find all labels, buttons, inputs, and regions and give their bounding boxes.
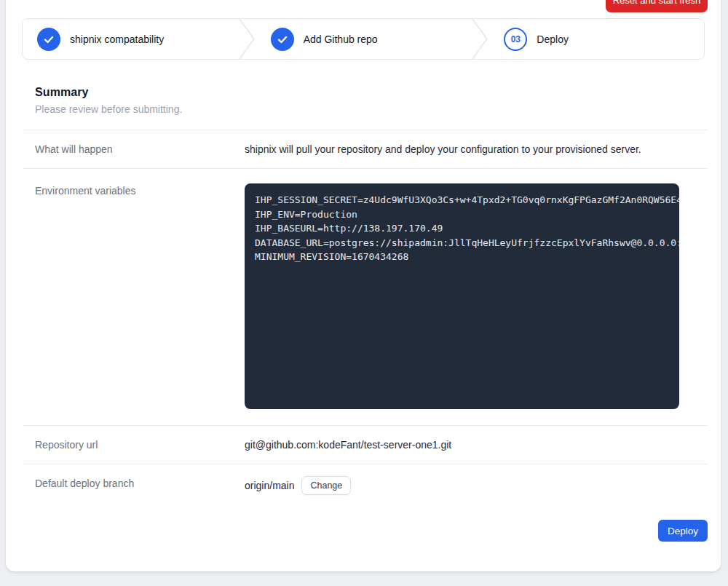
summary-subtitle: Please review before submitting. (35, 103, 696, 115)
step-complete-check-icon (37, 28, 60, 51)
env-line: DATABASE_URL=postgres://shipadmin:JllTqH… (255, 236, 669, 250)
deploy-button[interactable]: Deploy (658, 520, 708, 542)
main-card: Reset and start fresh shipnix compatabil… (6, 0, 721, 571)
chevron-separator-icon (470, 19, 489, 59)
wizard-stepper: shipnix compatability Add Github repo 03… (22, 18, 705, 60)
deploy-branch-value: origin/main (245, 478, 294, 493)
step-shipnix-compatability[interactable]: shipnix compatability (23, 19, 237, 59)
env-line: IHP_ENV=Production (255, 207, 669, 222)
row-value: shipnix will pull your repository and de… (245, 142, 641, 157)
summary-section: Summary Please review before submitting.… (23, 60, 708, 542)
step-complete-check-icon (271, 28, 294, 51)
step-label: Deploy (537, 33, 569, 45)
row-repository-url: Repository url git@github.com:kodeFant/t… (23, 425, 708, 464)
row-environment-variables: Environment variables IHP_SESSION_SECRET… (23, 168, 708, 425)
deploy-wizard-page: { "header": { "reset_button_label": "Res… (0, 0, 728, 586)
step-label: Add Github repo (304, 33, 378, 45)
row-what-will-happen: What will happen shipnix will pull your … (23, 130, 708, 168)
step-label: shipnix compatability (70, 33, 164, 45)
env-line: IHP_SESSION_SECRET=z4Udc9WfU3XQo3Cs+w+4T… (255, 193, 669, 207)
step-number-badge: 03 (504, 28, 527, 51)
environment-variables-code-block[interactable]: IHP_SESSION_SECRET=z4Udc9WfU3XQo3Cs+w+4T… (245, 183, 679, 409)
summary-title: Summary (35, 86, 696, 99)
row-label: Repository url (35, 437, 245, 452)
env-line: MINIMUM_REVISION=1670434268 (255, 250, 669, 264)
step-add-github-repo[interactable]: Add Github repo (256, 19, 471, 59)
row-value: git@github.com:kodeFant/test-server-one1… (245, 437, 451, 452)
step-deploy[interactable]: 03 Deploy (489, 19, 704, 59)
reset-and-start-fresh-button[interactable]: Reset and start fresh (606, 0, 708, 12)
chevron-separator-icon (237, 19, 256, 59)
row-default-deploy-branch: Default deploy branch origin/main Change (23, 464, 708, 507)
deploy-action-row: Deploy (23, 520, 708, 542)
row-label: Default deploy branch (35, 476, 245, 491)
env-line: IHP_BASEURL=http://138.197.170.49 (255, 221, 669, 236)
row-label: Environment variables (35, 183, 245, 198)
change-branch-button[interactable]: Change (301, 476, 351, 495)
row-label: What will happen (35, 142, 245, 157)
summary-header: Summary Please review before submitting. (23, 60, 708, 130)
row-value: origin/main Change (245, 476, 351, 495)
